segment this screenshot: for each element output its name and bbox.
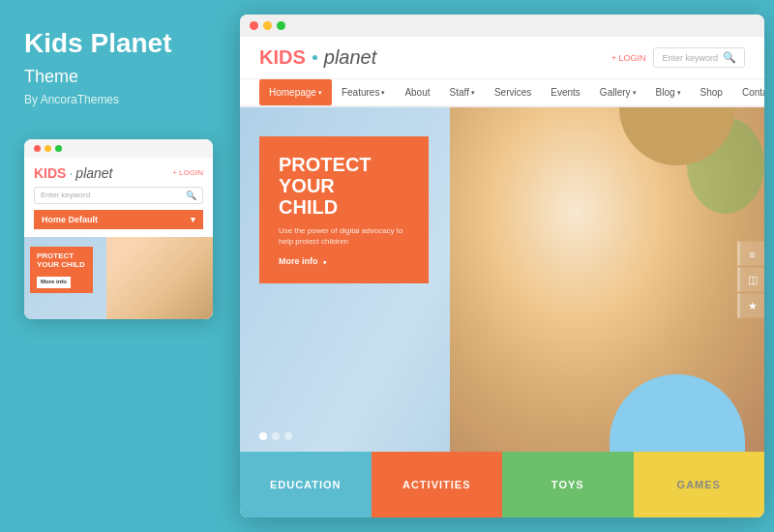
hero-section: PROTECT YOURCHILD Use the power of digit…: [240, 107, 764, 452]
mobile-dot-green: [55, 145, 62, 152]
hero-tshirt: [610, 374, 745, 452]
category-activities[interactable]: ACTIVITIES: [372, 452, 503, 517]
nav-item-services[interactable]: Services: [485, 79, 541, 105]
nav-arrow-staff: ▾: [471, 89, 475, 97]
nav-arrow-homepage: ▾: [318, 89, 322, 97]
hero-more-info-dot: ●: [323, 258, 327, 265]
site-logo-planet: planet: [324, 46, 377, 69]
sidebar-icon-menu[interactable]: ≡: [737, 242, 764, 266]
mobile-top-bar: [24, 139, 213, 158]
hero-nav-dot-3[interactable]: [284, 432, 292, 440]
browser-dot-red: [250, 21, 258, 30]
sidebar-icon-calendar[interactable]: ◫: [737, 268, 764, 292]
category-education[interactable]: EDUCATION: [240, 452, 372, 517]
mobile-nav-arrow: ▾: [191, 215, 195, 224]
mobile-hero-image: [106, 237, 213, 319]
categories-bar: EDUCATION ACTIVITIES TOYS GAMES: [240, 452, 764, 517]
site-nav: Homepage ▾ Features ▾ About Staff ▾ Serv…: [240, 79, 764, 107]
mobile-logo-separator: ·: [69, 165, 73, 181]
login-button[interactable]: + LOGIN: [611, 53, 646, 63]
mobile-hero-overlay: PROTECT YOUR CHILD More info: [30, 247, 93, 293]
hero-more-info-button[interactable]: More info ●: [279, 256, 409, 266]
nav-item-homepage[interactable]: Homepage ▾: [259, 79, 332, 105]
browser-dot-yellow: [263, 21, 272, 30]
mobile-logo-kids: KIDS: [34, 165, 66, 181]
mobile-search-icon[interactable]: 🔍: [186, 191, 196, 200]
mobile-nav[interactable]: Home Default ▾: [34, 210, 203, 229]
browser-bar: [240, 15, 764, 37]
site-header: KIDS planet + LOGIN Enter keyword 🔍: [240, 37, 764, 79]
category-games[interactable]: GAMES: [634, 452, 765, 517]
browser-mockup: KIDS planet + LOGIN Enter keyword 🔍 Home…: [240, 15, 764, 517]
search-placeholder: Enter keyword: [662, 53, 718, 63]
site-logo-dot: [313, 55, 317, 60]
mobile-nav-label: Home Default: [42, 215, 98, 224]
nav-arrow-features: ▾: [381, 89, 385, 97]
mobile-logo-area: KIDS · planet + LOGIN: [34, 165, 203, 181]
mobile-content: KIDS · planet + LOGIN Enter keyword 🔍 Ho…: [24, 158, 213, 237]
mobile-dot-yellow: [45, 145, 51, 152]
sidebar-icon-star[interactable]: ★: [737, 294, 764, 318]
mobile-logo: KIDS · planet: [34, 165, 113, 181]
search-bar[interactable]: Enter keyword 🔍: [653, 47, 745, 68]
nav-item-staff[interactable]: Staff ▾: [440, 79, 485, 105]
hero-sidebar-icons: ≡ ◫ ★: [737, 242, 764, 318]
mobile-login-label[interactable]: + LOGIN: [172, 168, 203, 177]
site-logo-kids: KIDS: [259, 46, 306, 69]
mobile-logo-planet: planet: [75, 165, 112, 181]
site-logo: KIDS planet: [259, 46, 376, 69]
mobile-more-info[interactable]: More info: [37, 277, 71, 288]
category-toys[interactable]: TOYS: [502, 452, 634, 517]
left-panel: Kids Planet Theme By AncoraThemes KIDS ·…: [0, 0, 240, 532]
app-subtitle: Theme: [24, 67, 216, 87]
mobile-hero: PROTECT YOUR CHILD More info: [24, 237, 213, 319]
category-activities-label: ACTIVITIES: [402, 479, 471, 490]
category-education-label: EDUCATION: [270, 479, 342, 490]
browser-dot-green: [277, 21, 285, 30]
hero-overlay: PROTECT YOURCHILD Use the power of digit…: [259, 136, 429, 283]
hero-title: PROTECT YOURCHILD: [279, 154, 409, 218]
header-right: + LOGIN Enter keyword 🔍: [611, 47, 745, 68]
mobile-hero-title: PROTECT YOUR CHILD: [37, 251, 86, 270]
hero-description: Use the power of digital advocacy to hel…: [279, 225, 409, 247]
category-games-label: GAMES: [677, 479, 721, 490]
mobile-search[interactable]: Enter keyword 🔍: [34, 187, 203, 204]
nav-item-about[interactable]: About: [395, 79, 439, 105]
hero-dot-navigation: [259, 432, 292, 440]
app-title: Kids Planet: [24, 29, 216, 59]
mobile-search-placeholder: Enter keyword: [41, 191, 186, 199]
nav-item-features[interactable]: Features ▾: [332, 79, 395, 105]
app-byline: By AncoraThemes: [24, 93, 216, 106]
hero-photo: [450, 107, 764, 452]
category-toys-label: TOYS: [551, 479, 584, 490]
mobile-mockup: KIDS · planet + LOGIN Enter keyword 🔍 Ho…: [24, 139, 213, 319]
hero-nav-dot-2[interactable]: [272, 432, 280, 440]
nav-arrow-gallery: ▾: [633, 89, 637, 97]
hero-nav-dot-1[interactable]: [259, 432, 267, 440]
nav-item-shop[interactable]: Shop: [691, 79, 732, 105]
nav-item-contacts[interactable]: Contacts: [732, 79, 764, 105]
nav-arrow-blog: ▾: [677, 89, 681, 97]
search-icon[interactable]: 🔍: [723, 51, 736, 64]
browser-content: KIDS planet + LOGIN Enter keyword 🔍 Home…: [240, 37, 764, 517]
nav-item-blog[interactable]: Blog ▾: [646, 79, 691, 105]
nav-item-gallery[interactable]: Gallery ▾: [590, 79, 646, 105]
mobile-dot-red: [34, 145, 41, 152]
nav-item-events[interactable]: Events: [541, 79, 590, 105]
